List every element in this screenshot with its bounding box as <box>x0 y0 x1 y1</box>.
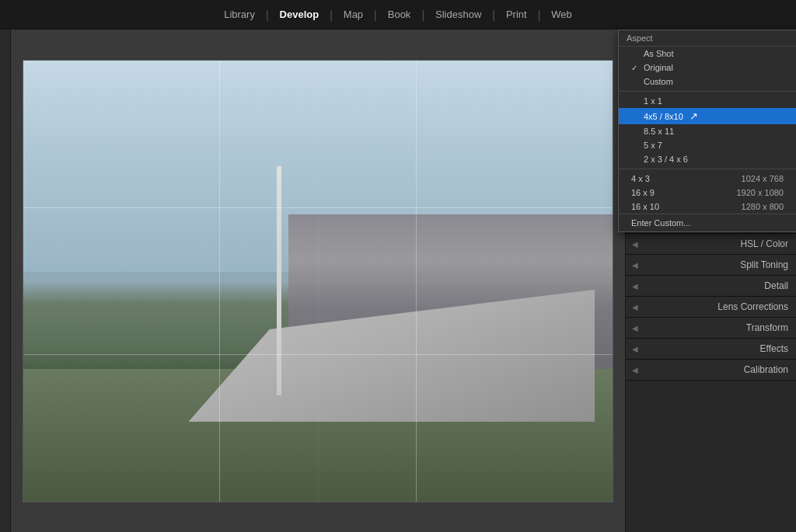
effects-label: Effects <box>760 343 788 354</box>
nav-library[interactable]: Library <box>218 9 261 20</box>
original-label: Original <box>644 63 673 72</box>
calibration-arrow: ◀ <box>632 366 638 374</box>
nav-book[interactable]: Book <box>382 9 417 20</box>
dropdown-16x9[interactable]: 16 x 9 1920 x 1080 <box>619 186 796 200</box>
dropdown-4x5-8x10[interactable]: 4x5 / 8x10 ↗ <box>619 108 796 124</box>
as-shot-check <box>631 50 641 58</box>
split-label: Split Toning <box>740 259 788 270</box>
nav-print[interactable]: Print <box>500 9 533 20</box>
split-arrow: ◀ <box>632 261 638 269</box>
panel-calibration[interactable]: ◀ Calibration <box>626 360 796 381</box>
custom-label: Custom <box>644 77 673 86</box>
2x3-label: 2 x 3 / 4 x 6 <box>644 155 688 164</box>
dropdown-1x1[interactable]: 1 x 1 <box>619 94 796 108</box>
detail-arrow: ◀ <box>632 282 638 290</box>
nav-sep-5: | <box>492 9 495 21</box>
as-shot-label: As Shot <box>644 49 674 58</box>
1x1-label: 1 x 1 <box>644 96 662 106</box>
left-panel <box>0 30 11 532</box>
panel-effects[interactable]: ◀ Effects <box>626 339 796 360</box>
dropdown-divider-2 <box>619 169 796 169</box>
transform-arrow: ◀ <box>632 324 638 332</box>
8x11-check <box>631 127 641 136</box>
hsl-label: HSL / Color <box>740 238 788 249</box>
photo-background <box>23 61 613 502</box>
detail-label: Detail <box>764 280 788 291</box>
5x7-check <box>631 141 641 150</box>
nav-map[interactable]: Map <box>337 9 369 20</box>
dropdown-enter-custom[interactable]: Enter Custom... <box>619 214 796 231</box>
dropdown-5x7[interactable]: 5 x 7 <box>619 138 796 152</box>
crop-aspect-dropdown: Aspect As Shot ✓ Original Custom 1 x 1 4… <box>618 30 796 232</box>
calibration-label: Calibration <box>744 364 788 375</box>
center-area <box>11 30 625 532</box>
transform-label: Transform <box>746 322 788 333</box>
hsl-arrow: ◀ <box>632 240 638 249</box>
dropdown-8-5x11[interactable]: 8.5 x 11 <box>619 124 796 138</box>
panel-hsl-color[interactable]: ◀ HSL / Color <box>626 234 796 255</box>
dropdown-divider-1 <box>619 91 796 92</box>
nav-web[interactable]: Web <box>545 9 578 20</box>
panel-split-toning[interactable]: ◀ Split Toning <box>626 255 796 276</box>
top-navigation: Library | Develop | Map | Book | Slidesh… <box>0 0 796 30</box>
4x3-value: 1024 x 768 <box>742 174 784 183</box>
8x11-label: 8.5 x 11 <box>644 127 674 136</box>
dropdown-16x10[interactable]: 16 x 10 1280 x 800 <box>619 200 796 214</box>
16x9-value: 1920 x 1080 <box>736 188 784 197</box>
4x5-check <box>631 112 641 120</box>
effects-arrow: ◀ <box>632 345 638 353</box>
5x7-label: 5 x 7 <box>644 141 662 150</box>
16x10-value: 1280 x 800 <box>742 202 784 211</box>
16x10-label: 16 x 10 <box>631 202 659 211</box>
nav-sep-2: | <box>330 9 333 21</box>
grid-line-h3 <box>23 281 613 282</box>
dropdown-4x3[interactable]: 4 x 3 1024 x 768 <box>619 172 796 186</box>
nav-sep-3: | <box>374 9 377 21</box>
dropdown-header: Aspect <box>619 30 796 47</box>
custom-check <box>631 78 641 86</box>
photo-container <box>23 60 613 502</box>
dropdown-as-shot[interactable]: As Shot <box>619 47 796 61</box>
panel-detail[interactable]: ◀ Detail <box>626 276 796 297</box>
lens-label: Lens Corrections <box>717 301 788 312</box>
nav-sep-1: | <box>266 9 269 21</box>
dropdown-2x3-4x6[interactable]: 2 x 3 / 4 x 6 <box>619 152 796 166</box>
lens-arrow: ◀ <box>632 303 638 311</box>
panel-transform[interactable]: ◀ Transform <box>626 318 796 339</box>
original-check: ✓ <box>631 64 641 72</box>
4x3-label: 4 x 3 <box>631 174 650 183</box>
nav-develop[interactable]: Develop <box>274 9 326 20</box>
nav-sep-6: | <box>538 9 541 21</box>
nav-slideshow[interactable]: Slideshow <box>429 9 487 20</box>
2x3-check <box>631 155 641 164</box>
panel-lens-corrections[interactable]: ◀ Lens Corrections <box>626 297 796 318</box>
dropdown-header-label: Aspect <box>627 33 653 43</box>
4x5-label: 4x5 / 8x10 <box>644 112 683 121</box>
dropdown-original[interactable]: ✓ Original <box>619 61 796 75</box>
nav-sep-4: | <box>421 9 424 21</box>
cursor-pointer: ↗ <box>690 110 698 122</box>
1x1-check <box>631 97 641 106</box>
dropdown-custom[interactable]: Custom <box>619 75 796 89</box>
16x9-label: 16 x 9 <box>631 188 655 197</box>
